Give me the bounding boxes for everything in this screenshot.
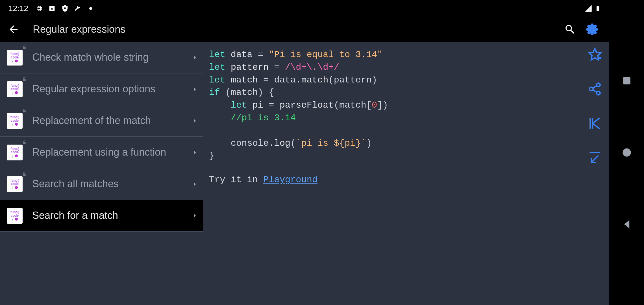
svg-line-16: [593, 118, 600, 123]
fn: log: [274, 138, 290, 149]
collapse-icon[interactable]: [588, 151, 602, 165]
code-snippet-icon: func{code}: [7, 176, 23, 192]
svg-rect-3: [590, 8, 590, 11]
code-snippet-icon: func{code}: [7, 50, 23, 66]
status-icons-right: [584, 4, 601, 13]
op: =: [269, 100, 274, 110]
op: =: [274, 62, 279, 73]
expr: (pattern): [328, 75, 377, 85]
sidebar-item[interactable]: func{code} Regular expression options: [0, 73, 203, 105]
sidebar-item[interactable]: func{code} Replacement of the match: [0, 105, 203, 137]
sidebar-item[interactable]: func{code} Search all matches: [0, 168, 203, 200]
try-prefix: Try it in: [209, 175, 263, 185]
status-bar: 12:12 A: [0, 0, 609, 17]
template: `pi is ${pi}`: [296, 138, 366, 149]
sidebar-item[interactable]: func{code} Check match whole string: [0, 42, 203, 73]
svg-point-10: [589, 87, 593, 91]
brace: }: [209, 151, 214, 161]
op: =: [263, 75, 269, 85]
gear-icon: [35, 5, 43, 12]
try-line: Try it in Playground: [209, 174, 604, 186]
lock-icon: [22, 172, 27, 176]
svg-rect-4: [597, 6, 599, 11]
comment: //pi is 3.14: [231, 113, 296, 123]
svg-point-11: [597, 91, 600, 95]
dot-icon: [89, 7, 92, 10]
obj: console.: [231, 138, 274, 149]
search-icon[interactable]: [564, 23, 576, 35]
k-icon[interactable]: [588, 116, 602, 130]
svg-point-21: [623, 148, 631, 156]
sidebar-item[interactable]: func{code} Search for a match: [0, 200, 203, 232]
nav-recent-icon[interactable]: [621, 75, 633, 87]
op: =: [258, 49, 263, 60]
close: ): [366, 138, 372, 149]
playground-link[interactable]: Playground: [263, 175, 317, 185]
svg-line-17: [593, 123, 600, 129]
fn: match: [301, 75, 328, 85]
nav-rail: [609, 0, 644, 305]
kw: let: [231, 100, 247, 110]
card-icon: A: [48, 5, 56, 12]
svg-line-13: [593, 90, 597, 92]
lock-icon: [22, 45, 27, 50]
sidebar-item-label: Replacement using a function: [32, 146, 188, 159]
svg-rect-5: [597, 6, 599, 6]
regex: /\d+\.\d+/: [285, 62, 339, 73]
svg-point-9: [597, 83, 600, 87]
chevron-right-icon: [191, 54, 199, 62]
svg-rect-20: [623, 77, 630, 84]
args: ]): [377, 100, 388, 110]
chevron-right-icon: [191, 85, 199, 93]
string: "Pi is equal to 3.14": [269, 49, 382, 60]
lock-icon: [22, 140, 27, 145]
chevron-right-icon: [191, 149, 199, 156]
svg-point-2: [64, 7, 66, 9]
cond: (match) {: [225, 87, 274, 98]
expr: data.: [274, 75, 301, 85]
wrench-icon: [74, 5, 80, 12]
open: (: [290, 138, 296, 149]
chevron-right-icon: [191, 212, 199, 220]
status-time: 12:12: [8, 4, 28, 13]
args: (match[: [334, 100, 372, 110]
status-icons-left: A: [35, 5, 92, 12]
star-add-icon[interactable]: [588, 47, 602, 62]
kw: let: [209, 75, 225, 85]
kw: let: [209, 49, 225, 60]
svg-text:A: A: [51, 7, 53, 10]
sidebar-item-label: Search all matches: [32, 177, 188, 191]
sidebar-item-label: Search for a match: [32, 209, 188, 222]
code-snippet-icon: func{code}: [7, 145, 23, 160]
var: data: [231, 49, 253, 60]
battery-icon: [595, 4, 601, 13]
main-panel: let data = "Pi is equal to 3.14" let pat…: [203, 42, 609, 305]
signal-icon: [584, 5, 592, 12]
settings-icon[interactable]: [586, 23, 598, 35]
lock-icon: [22, 108, 27, 113]
nav-back-icon[interactable]: [621, 218, 633, 230]
chevron-right-icon: [191, 117, 199, 125]
svg-line-12: [593, 86, 597, 88]
code-block: let data = "Pi is equal to 3.14" let pat…: [209, 49, 604, 162]
back-button[interactable]: [6, 21, 21, 37]
sidebar-item-label: Replacement of the match: [32, 114, 188, 127]
sidebar-item-label: Regular expression options: [32, 82, 188, 96]
fn: parseFloat: [280, 100, 334, 110]
side-actions: [588, 47, 602, 165]
sidebar-item-label: Check match whole string: [32, 51, 188, 64]
sidebar-item[interactable]: func{code} Replacement using a function: [0, 137, 203, 168]
sidebar[interactable]: func{code} Check match whole stringfunc{…: [0, 42, 203, 305]
code-snippet-icon: func{code}: [7, 208, 23, 224]
nav-home-icon[interactable]: [621, 146, 633, 159]
app-bar: Regular expressions: [0, 17, 609, 42]
var: match: [231, 75, 258, 85]
content-area: func{code} Check match whole stringfunc{…: [0, 42, 609, 305]
shield-icon: [61, 5, 69, 12]
svg-line-19: [591, 156, 599, 163]
num: 0: [372, 100, 377, 110]
chevron-right-icon: [191, 180, 199, 188]
var: pi: [253, 100, 263, 110]
code-snippet-icon: func{code}: [7, 113, 23, 129]
share-icon[interactable]: [588, 82, 602, 96]
